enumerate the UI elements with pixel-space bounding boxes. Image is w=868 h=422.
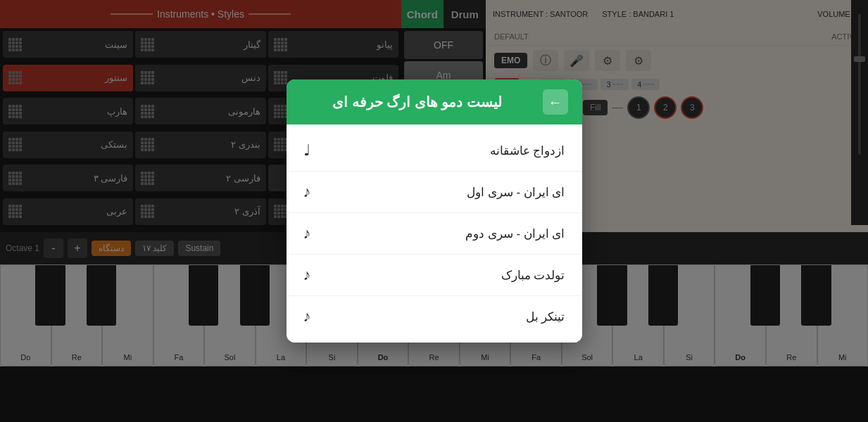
modal-item-label: ازدواج عاشقانه xyxy=(490,143,565,158)
music-note-icon: ♪ xyxy=(303,183,311,201)
modal-back-button[interactable]: ← xyxy=(543,89,568,115)
modal-overlay: ← لیست دمو های ارگ حرفه ای ازدواج عاشقان… xyxy=(0,0,868,422)
music-note-icon: ♪ xyxy=(303,307,311,326)
modal-item-3[interactable]: تولدت مبارک ♪ xyxy=(287,255,582,296)
modal-item-label: ای ایران - سری اول xyxy=(467,185,565,200)
modal-header: ← لیست دمو های ارگ حرفه ای xyxy=(287,79,582,124)
modal-title: لیست دمو های ارگ حرفه ای xyxy=(301,94,534,110)
modal-item-label: ای ایران - سری دوم xyxy=(465,226,565,241)
music-note-icon: ♪ xyxy=(303,266,311,284)
modal-item-label: تینکر بل xyxy=(526,309,565,324)
modal-item-0[interactable]: ازدواج عاشقانه ♩ xyxy=(287,130,582,172)
modal-body: ازدواج عاشقانه ♩ ای ایران - سری اول ♪ ای… xyxy=(287,124,582,343)
modal-item-label: تولدت مبارک xyxy=(501,268,565,283)
modal-item-4[interactable]: تینکر بل ♪ xyxy=(287,296,582,337)
modal-item-2[interactable]: ای ایران - سری دوم ♪ xyxy=(287,213,582,255)
music-note-icon: ♩ xyxy=(303,141,310,160)
music-note-icon: ♪ xyxy=(303,224,311,243)
modal-dialog: ← لیست دمو های ارگ حرفه ای ازدواج عاشقان… xyxy=(287,79,582,343)
modal-item-1[interactable]: ای ایران - سری اول ♪ xyxy=(287,172,582,213)
